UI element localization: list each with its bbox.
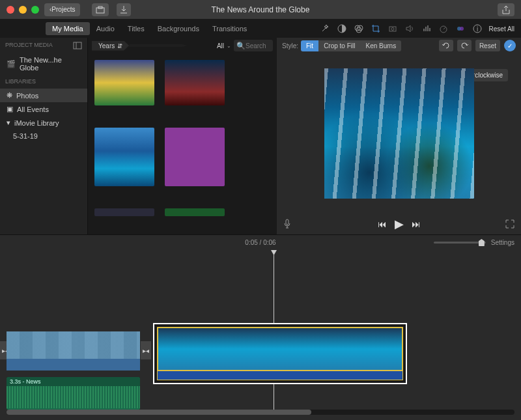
- crop-icon[interactable]: [371, 23, 381, 34]
- thumbnail[interactable]: [165, 128, 225, 186]
- tab-backgrounds[interactable]: Backgrounds: [151, 22, 206, 35]
- seg-fit[interactable]: Fit: [301, 40, 318, 51]
- color-correction-icon[interactable]: [354, 23, 364, 34]
- reset-crop-button[interactable]: Reset: [475, 40, 500, 51]
- minimize-icon[interactable]: [19, 6, 27, 14]
- photos-icon: ❋: [7, 91, 12, 100]
- next-edit-icon[interactable]: ▸◂: [141, 341, 151, 359]
- stabilization-icon[interactable]: [387, 23, 398, 34]
- seg-crop-to-fill[interactable]: Crop to Fill: [318, 40, 360, 51]
- seg-ken-burns[interactable]: Ken Burns: [360, 40, 401, 51]
- zoom-icon[interactable]: [31, 6, 39, 14]
- crop-style-segments: Fit Crop to Fill Ken Burns: [301, 40, 401, 51]
- sidebar-item-photos[interactable]: ❋Photos: [0, 89, 87, 102]
- sidebar: PROJECT MEDIA 🎬The New...he Globe LIBRAR…: [0, 38, 88, 234]
- clip-waterfall-selected[interactable]: [153, 323, 407, 384]
- settings-button[interactable]: Settings: [491, 239, 514, 246]
- reset-all-button[interactable]: Reset All: [489, 25, 514, 33]
- thumbnail[interactable]: [94, 128, 154, 186]
- noise-reduction-icon[interactable]: [421, 23, 432, 34]
- waveform: [7, 386, 140, 408]
- svg-point-7: [391, 28, 394, 31]
- clapper-icon: 🎬: [7, 60, 16, 68]
- share-button[interactable]: [498, 3, 514, 16]
- speed-icon[interactable]: [438, 23, 449, 34]
- filter-all[interactable]: All: [217, 42, 224, 49]
- sidebar-heading-libraries: LIBRARIES: [5, 78, 36, 85]
- total-time: 0:06: [263, 239, 275, 246]
- time-display: 0:05 / 0:06 Settings: [0, 234, 521, 250]
- sidebar-label: Photos: [16, 92, 38, 100]
- sidebar-item-project[interactable]: 🎬The New...he Globe: [0, 53, 87, 74]
- fullscreen-icon[interactable]: [505, 219, 514, 229]
- rotate-cw-button[interactable]: [457, 40, 472, 51]
- tab-titles[interactable]: Titles: [121, 22, 151, 35]
- search-icon: 🔍: [236, 42, 246, 50]
- download-button[interactable]: [117, 3, 131, 16]
- traffic-lights: [7, 6, 39, 14]
- thumbnail[interactable]: [94, 60, 154, 105]
- sidebar-label: iMovie Library: [14, 119, 59, 127]
- svg-rect-13: [74, 42, 81, 49]
- audio-clip-label: 3.3s - News: [7, 377, 140, 386]
- breadcrumb-years[interactable]: Years ⇵: [92, 41, 129, 51]
- breadcrumb-empty[interactable]: [129, 44, 188, 47]
- tab-my-media[interactable]: My Media: [46, 22, 90, 35]
- project-name-label: The New...he Globe: [20, 56, 81, 72]
- preview-frame: [324, 68, 474, 199]
- prev-frame-button[interactable]: ⏮: [378, 219, 387, 229]
- main-toolbar: My Media Audio Titles Backgrounds Transi…: [0, 20, 521, 38]
- sidebar-item-event[interactable]: 5-31-19: [0, 130, 87, 143]
- tab-audio[interactable]: Audio: [90, 22, 121, 35]
- microphone-icon[interactable]: [283, 219, 291, 229]
- volume-icon[interactable]: [404, 23, 415, 34]
- clip-filter-icon[interactable]: [455, 23, 466, 34]
- rotate-ccw-button[interactable]: [439, 40, 453, 51]
- sidebar-heading-project: PROJECT MEDIA: [5, 42, 53, 49]
- svg-text:i: i: [476, 25, 477, 33]
- chevron-down-icon: ▾: [7, 119, 10, 127]
- audio-clip-news[interactable]: 3.3s - News: [7, 377, 140, 410]
- enhance-icon[interactable]: [320, 23, 330, 34]
- sidebar-item-all-events[interactable]: ▣All Events: [0, 102, 87, 116]
- titlebar: ‹ Projects The News Around the Globe: [0, 0, 521, 20]
- import-media-button[interactable]: [92, 3, 109, 16]
- info-icon[interactable]: i: [472, 23, 483, 34]
- hide-browser-icon[interactable]: [73, 42, 82, 49]
- tab-transitions[interactable]: Transitions: [206, 22, 253, 35]
- clip-world-map[interactable]: [7, 331, 140, 371]
- film-icon: ▣: [7, 105, 13, 113]
- play-button[interactable]: ▶: [395, 217, 404, 231]
- back-to-projects-button[interactable]: ‹ Projects: [44, 3, 80, 16]
- thumbnail[interactable]: [165, 208, 225, 216]
- viewer: Style: Fit Crop to Fill Ken Burns Reset …: [277, 38, 521, 234]
- color-balance-icon[interactable]: [337, 23, 347, 34]
- close-icon[interactable]: [7, 6, 14, 14]
- timeline[interactable]: ▸◂ ▸◂ 3.3s - News: [0, 250, 521, 416]
- thumbnail-grid: [88, 53, 277, 234]
- sidebar-label: 5-31-19: [13, 132, 38, 140]
- next-frame-button[interactable]: ⏭: [412, 219, 421, 229]
- viewer-canvas[interactable]: Rotate the clip counterclockwise: [277, 53, 521, 214]
- apply-button[interactable]: ✓: [504, 40, 516, 51]
- current-time: 0:05: [245, 239, 257, 246]
- svg-point-10: [460, 27, 464, 31]
- scrollbar-thumb[interactable]: [7, 410, 311, 415]
- media-browser: Years ⇵ All ⌄ 🔍: [88, 38, 277, 234]
- style-label: Style:: [282, 42, 298, 49]
- crumb-label: Years: [98, 42, 115, 49]
- chevron-down-icon[interactable]: ⌄: [227, 43, 231, 49]
- zoom-slider[interactable]: [434, 242, 486, 244]
- window-title: The News Around the Globe: [212, 5, 310, 14]
- playback-controls: ⏮ ▶ ⏭: [277, 214, 521, 234]
- back-label: Projects: [51, 6, 75, 13]
- thumbnail[interactable]: [165, 60, 225, 105]
- sort-icon: ⇵: [117, 42, 122, 49]
- sidebar-label: All Events: [17, 105, 49, 113]
- sidebar-item-imovie-library[interactable]: ▾iMovie Library: [0, 116, 87, 130]
- horizontal-scrollbar[interactable]: [7, 410, 514, 415]
- thumbnail[interactable]: [94, 208, 154, 216]
- media-tabs: My Media Audio Titles Backgrounds Transi…: [46, 22, 253, 35]
- svg-rect-15: [286, 219, 289, 225]
